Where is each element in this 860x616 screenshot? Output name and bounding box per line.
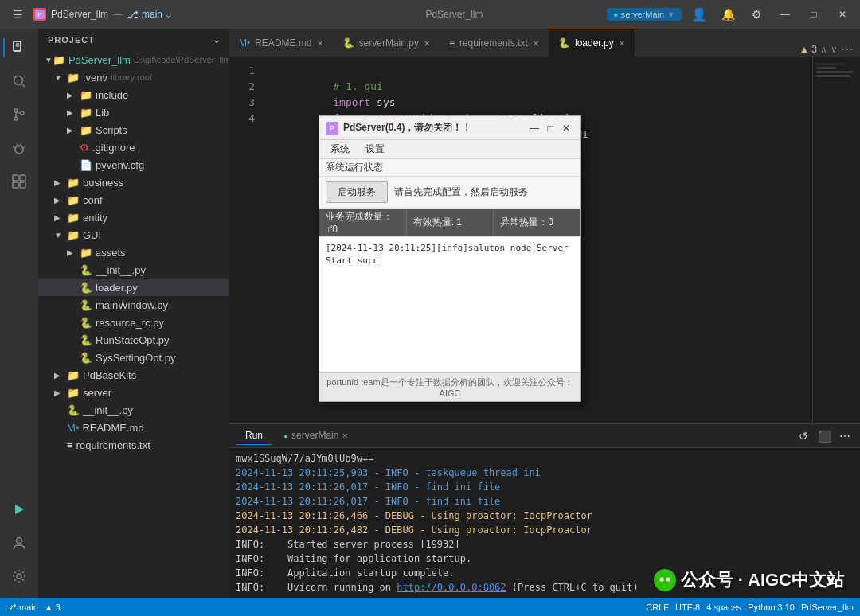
- svg-point-24: [659, 578, 663, 582]
- tree-readme-md[interactable]: M• README.md: [38, 419, 229, 436]
- svg-line-6: [22, 84, 25, 88]
- popup-log-line: [2024-11-13 20:11:25][info]saluton node!…: [326, 242, 574, 267]
- popup-title-bar: P PdServer(0.4)，请勿关闭！！ — □ ✕: [319, 116, 580, 140]
- popup-menu-settings[interactable]: 设置: [358, 140, 393, 158]
- branch-selector[interactable]: ⎇ main ⌵: [127, 9, 171, 20]
- status-git[interactable]: ⎇ main: [6, 602, 38, 613]
- popup-stats-row: 业务完成数量：↑'0 有效热量: 1 异常热量：0: [319, 209, 580, 237]
- popup-log-area: [2024-11-13 20:11:25][info]saluton node!…: [319, 237, 580, 372]
- account-icon[interactable]: 👤: [688, 3, 710, 25]
- tree-server[interactable]: ▶ 📁 server: [38, 384, 229, 401]
- minimize-btn[interactable]: —: [774, 3, 796, 25]
- svg-text:P: P: [330, 124, 334, 132]
- panel-sync-icon[interactable]: ↺: [795, 427, 812, 445]
- status-encoding[interactable]: UTF-8: [675, 602, 700, 612]
- status-spaces[interactable]: 4 spaces: [706, 602, 741, 612]
- tree-gui[interactable]: ▼ 📁 GUI: [38, 226, 229, 244]
- run-icon[interactable]: [3, 493, 35, 525]
- popup-control-row: 启动服务 请首先完成配置，然后启动服务: [319, 177, 580, 209]
- title-bar-left: ☰ P PdServer_llm — ⎇ main ⌵: [6, 3, 302, 25]
- svg-point-19: [17, 538, 22, 544]
- popup-maximize-btn[interactable]: □: [542, 120, 558, 136]
- tree-lib[interactable]: ▶ 📁 Lib: [38, 103, 229, 121]
- popup-minimize-btn[interactable]: —: [526, 120, 542, 136]
- panel-tab-run[interactable]: Run: [236, 427, 272, 445]
- tree-pdbasekits[interactable]: ▶ 📁 PdBaseKits: [38, 366, 229, 384]
- tree-runstate-py[interactable]: 🐍 RunStateOpt.py: [38, 331, 229, 349]
- tab-servermain[interactable]: 🐍 serverMain.py ✕: [333, 29, 440, 57]
- tree-entity[interactable]: ▶ 📁 entity: [38, 209, 229, 226]
- settings-icon[interactable]: ⚙: [745, 3, 768, 25]
- panel-more-icon[interactable]: ⋯: [836, 427, 854, 445]
- tree-conf[interactable]: ▶ 📁 conf: [38, 191, 229, 209]
- panel-stop-icon[interactable]: ⬛: [815, 427, 833, 445]
- status-line-ending[interactable]: CRLF: [646, 602, 669, 612]
- status-project[interactable]: PdServer_llm: [801, 602, 854, 612]
- app-name: PdServer_llm: [51, 9, 108, 20]
- popup-status-label: 系统运行状态: [319, 159, 580, 177]
- tree-venv[interactable]: ▼ 📁 .venv library root: [38, 68, 229, 86]
- tree-include[interactable]: ▶ 📁 include: [38, 86, 229, 103]
- server-url-link[interactable]: http://0.0.0.0:8062: [397, 582, 506, 593]
- svg-point-8: [14, 117, 18, 120]
- title-bar-right: ● serverMain ▼ 👤 🔔 ⚙ — □ ✕: [607, 3, 854, 25]
- svg-point-23: [654, 569, 676, 591]
- search-icon[interactable]: [3, 65, 35, 97]
- tree-syssetting-py[interactable]: 🐍 SysSettingOpt.py: [38, 349, 229, 366]
- tab-loader[interactable]: 🐍 loader.py ✕: [549, 29, 635, 57]
- tree-requirements-txt[interactable]: ≡ requirements.txt: [38, 436, 229, 454]
- svg-point-20: [17, 574, 22, 579]
- minimap: [812, 57, 860, 423]
- tree-gitignore[interactable]: ⚙ .gitignore: [38, 138, 229, 156]
- tab-readme[interactable]: M• README.md ✕: [229, 29, 333, 57]
- stat-cell-active: 有效热量: 1: [407, 209, 494, 236]
- tree-scripts[interactable]: ▶ 📁 Scripts: [38, 121, 229, 138]
- notification-icon[interactable]: 🔔: [717, 3, 739, 25]
- status-language[interactable]: Python 3.10: [748, 602, 795, 612]
- tree-root[interactable]: ▼ 📁 PdServer_llm D:\git\code\PdServer_ll…: [38, 51, 229, 68]
- hamburger-menu-icon[interactable]: ☰: [6, 3, 29, 25]
- popup-app-icon: P: [326, 122, 338, 135]
- tree-init-py[interactable]: 🐍 __init__.py: [38, 261, 229, 279]
- svg-rect-17: [20, 182, 25, 188]
- git-icon[interactable]: [3, 99, 35, 131]
- account-activity-icon[interactable]: [3, 527, 35, 559]
- explorer-icon[interactable]: [3, 32, 35, 64]
- popup-start-btn[interactable]: 启动服务: [326, 181, 388, 203]
- tree-pyvenv[interactable]: 📄 pyvenv.cfg: [38, 156, 229, 173]
- debug-icon[interactable]: [3, 132, 35, 164]
- settings-activity-icon[interactable]: [3, 560, 35, 592]
- tab-bar: M• README.md ✕ 🐍 serverMain.py ✕ ≡ requi…: [229, 29, 860, 57]
- svg-text:P: P: [37, 11, 41, 18]
- tab-toolbar: ▲ 3 ∧ ∨ ⋯: [793, 41, 860, 57]
- status-bar: ⎇ main ▲ 3 CRLF UTF-8 4 spaces Python 3.…: [0, 598, 860, 616]
- app-icon: P: [33, 8, 46, 21]
- popup-dialog[interactable]: P PdServer(0.4)，请勿关闭！！ — □ ✕ 系统 设置 系统运行状…: [319, 115, 581, 402]
- maximize-btn[interactable]: □: [803, 3, 825, 25]
- svg-rect-15: [20, 175, 25, 181]
- svg-rect-14: [13, 175, 18, 181]
- status-errors[interactable]: ▲ 3: [45, 602, 61, 612]
- tree-assets[interactable]: ▶ 📁 assets: [38, 244, 229, 261]
- tree-business[interactable]: ▶ 📁 business: [38, 173, 229, 191]
- sidebar-header: Project ⌵: [38, 29, 229, 51]
- run-server-btn[interactable]: ● serverMain ▼: [607, 8, 682, 21]
- tree-resource-rc-py[interactable]: 🐍 resource_rc.py: [38, 314, 229, 331]
- popup-close-btn[interactable]: ✕: [558, 120, 574, 136]
- panel-tab-servermain[interactable]: ● serverMain ✕: [274, 427, 358, 445]
- tab-requirements[interactable]: ≡ requirements.txt ✕: [440, 29, 549, 57]
- tree-mainwindow-py[interactable]: 🐍 mainWindow.py: [38, 296, 229, 314]
- extensions-icon[interactable]: [3, 166, 35, 197]
- sidebar: Project ⌵ ▼ 📁 PdServer_llm D:\git\code\P…: [38, 29, 229, 598]
- popup-menubar: 系统 设置: [319, 140, 580, 159]
- tree-root-init-py[interactable]: 🐍 __init__.py: [38, 401, 229, 419]
- svg-marker-18: [15, 505, 24, 514]
- tree-loader-py[interactable]: 🐍 loader.py: [38, 279, 229, 296]
- wechat-watermark: 公众号 · AIGC中文站: [654, 568, 844, 592]
- close-btn[interactable]: ✕: [831, 3, 854, 25]
- popup-menu-system[interactable]: 系统: [322, 140, 358, 158]
- svg-point-25: [666, 578, 670, 582]
- activity-bar: [0, 29, 38, 598]
- file-tree[interactable]: ▼ 📁 PdServer_llm D:\git\code\PdServer_ll…: [38, 51, 229, 598]
- stat-cell-tasks: 业务完成数量：↑'0: [319, 209, 407, 236]
